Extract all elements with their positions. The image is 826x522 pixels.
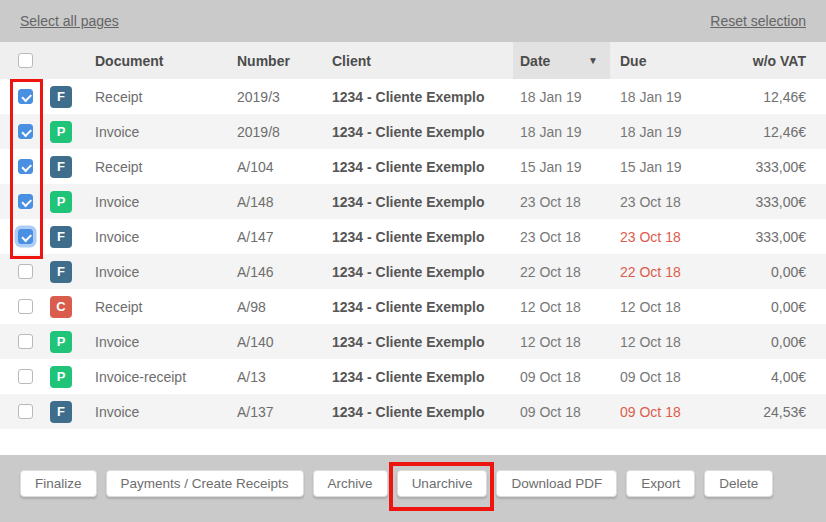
spacer	[0, 429, 826, 455]
client-name: 1234 - Cliente Exemplo	[332, 264, 513, 280]
status-badge: F	[50, 226, 72, 248]
table-row: P Invoice-receipt A/13 1234 - Cliente Ex…	[0, 359, 826, 394]
due-date-value: 18 Jan 19	[610, 89, 715, 105]
date-value: 12 Oct 18	[513, 299, 610, 315]
due-date-value: 18 Jan 19	[610, 124, 715, 140]
status-badge: F	[50, 261, 72, 283]
column-header-document[interactable]: Document	[95, 53, 237, 69]
row-checkbox[interactable]	[18, 124, 33, 139]
document-type: Invoice	[95, 124, 237, 140]
table-row: F Invoice A/147 1234 - Cliente Exemplo 2…	[0, 219, 826, 254]
due-date-value: 12 Oct 18	[610, 334, 715, 350]
column-header-due[interactable]: Due	[610, 53, 715, 69]
status-badge: F	[50, 156, 72, 178]
amount-wo-vat: 24,53€	[715, 404, 826, 420]
due-date-value: 09 Oct 18	[610, 369, 715, 385]
date-value: 23 Oct 18	[513, 194, 610, 210]
table-row: F Receipt A/104 1234 - Cliente Exemplo 1…	[0, 149, 826, 184]
row-checkbox[interactable]	[18, 404, 33, 419]
amount-wo-vat: 333,00€	[715, 229, 826, 245]
due-date-value: 23 Oct 18	[610, 194, 715, 210]
status-badge: F	[50, 401, 72, 423]
client-name: 1234 - Cliente Exemplo	[332, 159, 513, 175]
document-type: Receipt	[95, 89, 237, 105]
amount-wo-vat: 0,00€	[715, 264, 826, 280]
documents-page: Select all pages Reset selection Documen…	[0, 0, 826, 522]
column-header-date[interactable]: Date ▼	[513, 42, 610, 79]
table-header: Document Number Client Date ▼ Due w/o VA…	[0, 42, 826, 79]
delete-button[interactable]: Delete	[704, 470, 773, 497]
client-name: 1234 - Cliente Exemplo	[332, 404, 513, 420]
actions-toolbar: FinalizePayments / Create ReceiptsArchiv…	[0, 455, 826, 522]
status-badge: F	[50, 86, 72, 108]
column-header-vat[interactable]: w/o VAT	[715, 53, 826, 69]
document-number: A/140	[237, 334, 332, 350]
table-row: P Invoice A/148 1234 - Cliente Exemplo 2…	[0, 184, 826, 219]
select-all-checkbox[interactable]	[18, 53, 33, 68]
row-checkbox[interactable]	[18, 159, 33, 174]
amount-wo-vat: 333,00€	[715, 194, 826, 210]
highlighted-button-wrapper: Unarchive	[397, 470, 488, 497]
amount-wo-vat: 12,46€	[715, 124, 826, 140]
unarchive-button[interactable]: Unarchive	[397, 470, 488, 497]
document-number: 2019/8	[237, 124, 332, 140]
date-value: 22 Oct 18	[513, 264, 610, 280]
amount-wo-vat: 4,00€	[715, 369, 826, 385]
payments-create-receipts-button[interactable]: Payments / Create Receipts	[106, 470, 304, 497]
sort-descending-icon: ▼	[588, 55, 598, 66]
document-number: A/148	[237, 194, 332, 210]
date-value: 12 Oct 18	[513, 334, 610, 350]
client-name: 1234 - Cliente Exemplo	[332, 299, 513, 315]
client-name: 1234 - Cliente Exemplo	[332, 369, 513, 385]
row-checkbox[interactable]	[18, 334, 33, 349]
status-badge: P	[50, 121, 72, 143]
document-type: Invoice	[95, 264, 237, 280]
finalize-button[interactable]: Finalize	[20, 470, 97, 497]
date-header-label: Date	[520, 53, 550, 69]
export-button[interactable]: Export	[626, 470, 695, 497]
client-name: 1234 - Cliente Exemplo	[332, 124, 513, 140]
table-row: P Invoice A/140 1234 - Cliente Exemplo 1…	[0, 324, 826, 359]
row-checkbox[interactable]	[18, 229, 33, 244]
reset-selection-link[interactable]: Reset selection	[710, 13, 806, 29]
column-header-client[interactable]: Client	[332, 53, 513, 69]
date-value: 23 Oct 18	[513, 229, 610, 245]
document-number: A/137	[237, 404, 332, 420]
document-number: A/146	[237, 264, 332, 280]
table-row: F Receipt 2019/3 1234 - Cliente Exemplo …	[0, 79, 826, 114]
table-row: P Invoice 2019/8 1234 - Cliente Exemplo …	[0, 114, 826, 149]
document-number: A/98	[237, 299, 332, 315]
download-pdf-button[interactable]: Download PDF	[496, 470, 617, 497]
document-type: Invoice	[95, 334, 237, 350]
row-checkbox[interactable]	[18, 299, 33, 314]
date-value: 09 Oct 18	[513, 404, 610, 420]
document-number: A/104	[237, 159, 332, 175]
amount-wo-vat: 0,00€	[715, 334, 826, 350]
status-badge: P	[50, 366, 72, 388]
selection-toolbar: Select all pages Reset selection	[0, 0, 826, 42]
row-checkbox[interactable]	[18, 264, 33, 279]
document-type: Receipt	[95, 159, 237, 175]
amount-wo-vat: 0,00€	[715, 299, 826, 315]
document-type: Invoice	[95, 404, 237, 420]
row-checkbox[interactable]	[18, 89, 33, 104]
date-value: 18 Jan 19	[513, 89, 610, 105]
client-name: 1234 - Cliente Exemplo	[332, 334, 513, 350]
row-checkbox[interactable]	[18, 194, 33, 209]
document-type: Invoice	[95, 194, 237, 210]
document-number: A/147	[237, 229, 332, 245]
amount-wo-vat: 12,46€	[715, 89, 826, 105]
date-value: 15 Jan 19	[513, 159, 610, 175]
row-checkbox[interactable]	[18, 369, 33, 384]
archive-button[interactable]: Archive	[313, 470, 388, 497]
document-number: A/13	[237, 369, 332, 385]
amount-wo-vat: 333,00€	[715, 159, 826, 175]
select-all-pages-link[interactable]: Select all pages	[20, 13, 119, 29]
due-date-value: 23 Oct 18	[610, 229, 715, 245]
column-header-number[interactable]: Number	[237, 53, 332, 69]
status-badge: P	[50, 331, 72, 353]
due-date-value: 15 Jan 19	[610, 159, 715, 175]
date-value: 09 Oct 18	[513, 369, 610, 385]
table-row: F Invoice A/137 1234 - Cliente Exemplo 0…	[0, 394, 826, 429]
client-name: 1234 - Cliente Exemplo	[332, 229, 513, 245]
